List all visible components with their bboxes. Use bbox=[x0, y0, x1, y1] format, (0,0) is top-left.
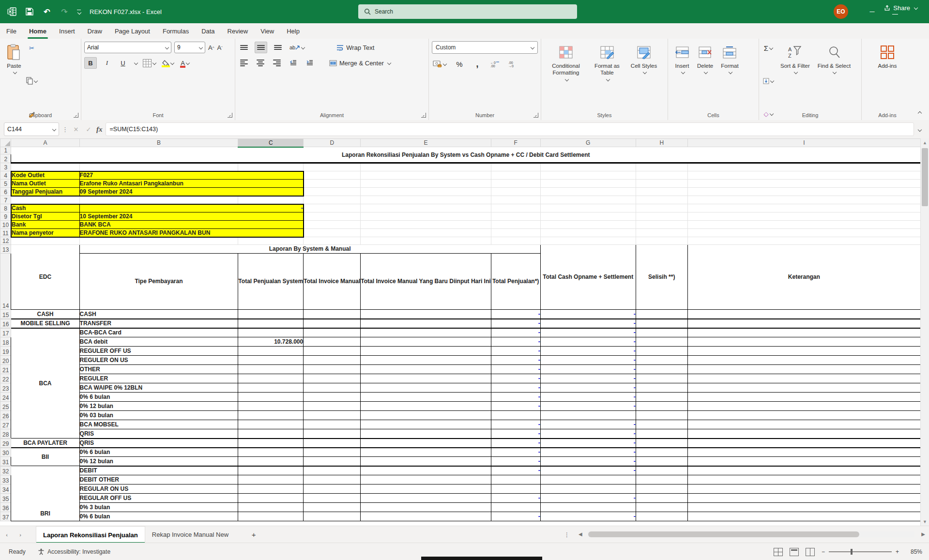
empty-cell[interactable] bbox=[304, 310, 361, 319]
dash-cell-f[interactable]: - bbox=[491, 466, 540, 475]
row-header[interactable]: 9 bbox=[0, 212, 11, 221]
empty-cell[interactable] bbox=[361, 365, 491, 374]
empty-cell[interactable] bbox=[491, 221, 540, 229]
dash-cell-f[interactable]: - bbox=[491, 393, 540, 402]
tipe-cell[interactable]: 0% 6 bulan bbox=[79, 393, 238, 402]
font-name-select[interactable]: Arial bbox=[84, 42, 171, 53]
empty-cell[interactable] bbox=[361, 411, 491, 420]
edc-group[interactable]: MOBILE SELLING bbox=[11, 319, 79, 328]
empty-cell[interactable] bbox=[361, 475, 491, 484]
value-cell[interactable] bbox=[238, 466, 304, 475]
empty-cell[interactable] bbox=[361, 163, 491, 171]
page-layout-view-icon[interactable] bbox=[790, 548, 799, 556]
empty-cell[interactable] bbox=[304, 503, 361, 512]
dash-cell-f[interactable]: - bbox=[491, 310, 540, 319]
empty-cell[interactable] bbox=[540, 229, 636, 237]
empty-cell[interactable] bbox=[238, 237, 304, 245]
empty-cell[interactable] bbox=[687, 494, 920, 503]
scroll-left-icon[interactable]: ◀ bbox=[579, 531, 582, 537]
info-value[interactable]: 09 September 2024 bbox=[79, 188, 304, 196]
empty-cell[interactable] bbox=[636, 365, 687, 374]
empty-cell[interactable] bbox=[361, 457, 491, 466]
menu-tab-data[interactable]: Data bbox=[195, 23, 221, 39]
empty-cell[interactable] bbox=[304, 383, 361, 393]
row-header[interactable]: 6 bbox=[0, 188, 11, 196]
row-header[interactable]: 29 bbox=[0, 439, 11, 448]
tipe-cell[interactable]: QRIS bbox=[79, 439, 238, 448]
tab-options-icon[interactable]: ⋮ bbox=[564, 531, 570, 538]
row-header[interactable]: 31 bbox=[0, 457, 11, 466]
row-header[interactable]: 10 bbox=[0, 221, 11, 229]
empty-cell[interactable] bbox=[687, 212, 920, 221]
normal-view-icon[interactable] bbox=[774, 548, 783, 556]
excel-app-icon[interactable] bbox=[7, 6, 17, 17]
info-value[interactable]: - bbox=[79, 204, 304, 212]
format-cells-button[interactable]: Format bbox=[717, 42, 742, 120]
dash-cell-f[interactable]: - bbox=[491, 439, 540, 448]
sheet-tab[interactable]: Laporan Rekonsiliasi Penjualan bbox=[36, 526, 145, 544]
empty-cell[interactable] bbox=[687, 163, 920, 171]
number-dialog-launcher[interactable] bbox=[533, 113, 538, 118]
empty-cell[interactable] bbox=[636, 196, 687, 204]
row-header[interactable]: 22 bbox=[0, 374, 11, 383]
empty-cell[interactable] bbox=[304, 180, 361, 188]
dash-cell-f[interactable]: - bbox=[491, 457, 540, 466]
dash-cell-f[interactable]: - bbox=[491, 365, 540, 374]
row-header[interactable]: 14 bbox=[0, 254, 11, 310]
empty-cell[interactable] bbox=[636, 212, 687, 221]
empty-cell[interactable] bbox=[636, 402, 687, 411]
row-header[interactable]: 7 bbox=[0, 196, 11, 204]
dash-cell-g[interactable]: - bbox=[540, 393, 636, 402]
font-size-select[interactable]: 9 bbox=[174, 42, 205, 53]
empty-cell[interactable] bbox=[687, 204, 920, 212]
find-select-button[interactable]: Find & Select bbox=[814, 42, 854, 120]
value-cell[interactable] bbox=[238, 356, 304, 365]
zoom-level[interactable]: 85% bbox=[906, 548, 922, 555]
empty-cell[interactable] bbox=[361, 383, 491, 393]
empty-cell[interactable] bbox=[687, 171, 920, 180]
dash-cell-g[interactable]: - bbox=[540, 512, 636, 521]
value-cell[interactable] bbox=[238, 319, 304, 328]
page-break-view-icon[interactable] bbox=[806, 548, 815, 556]
dash-cell-f[interactable] bbox=[491, 484, 540, 494]
empty-cell[interactable] bbox=[304, 188, 361, 196]
row-header[interactable]: 1 bbox=[0, 147, 11, 154]
empty-cell[interactable] bbox=[687, 439, 920, 448]
value-cell[interactable] bbox=[238, 347, 304, 356]
info-label[interactable]: Bank bbox=[11, 221, 79, 229]
row-header[interactable]: 25 bbox=[0, 402, 11, 411]
empty-cell[interactable] bbox=[304, 365, 361, 374]
empty-cell[interactable] bbox=[304, 347, 361, 356]
dash-cell-g[interactable]: - bbox=[540, 347, 636, 356]
empty-cell[interactable] bbox=[491, 196, 540, 204]
column-header-E[interactable]: E bbox=[361, 139, 491, 147]
orientation-icon[interactable]: ab bbox=[289, 42, 305, 53]
info-label[interactable]: Cash bbox=[11, 204, 79, 212]
row-header[interactable]: 28 bbox=[0, 429, 11, 439]
empty-cell[interactable] bbox=[304, 356, 361, 365]
empty-cell[interactable] bbox=[636, 494, 687, 503]
tipe-cell[interactable]: BCA MOBSEL bbox=[79, 420, 238, 429]
empty-cell[interactable] bbox=[687, 411, 920, 420]
column-header-F[interactable]: F bbox=[491, 139, 540, 147]
dash-cell-g[interactable]: - bbox=[540, 429, 636, 439]
row-header[interactable]: 27 bbox=[0, 420, 11, 429]
info-value[interactable]: BANK BCA bbox=[79, 221, 304, 229]
copy-icon[interactable] bbox=[25, 76, 38, 86]
header-edc[interactable]: EDC bbox=[11, 245, 79, 310]
empty-cell[interactable] bbox=[304, 337, 361, 347]
empty-cell[interactable] bbox=[304, 319, 361, 328]
increase-decimal-icon[interactable]: ←0.00 bbox=[489, 59, 501, 69]
empty-cell[interactable] bbox=[540, 180, 636, 188]
empty-cell[interactable] bbox=[636, 356, 687, 365]
redo-icon[interactable]: ↷ bbox=[59, 6, 70, 17]
empty-cell[interactable] bbox=[540, 188, 636, 196]
empty-cell[interactable] bbox=[687, 188, 920, 196]
tipe-cell[interactable]: BCA WAIPE 0% 12BLN bbox=[79, 383, 238, 393]
header-band[interactable]: Laporan By System & Manual bbox=[79, 245, 540, 254]
empty-cell[interactable] bbox=[687, 310, 920, 319]
empty-cell[interactable] bbox=[11, 163, 79, 171]
empty-cell[interactable] bbox=[361, 328, 491, 337]
name-box[interactable]: C144 bbox=[4, 122, 59, 136]
info-label[interactable]: Nama Outlet bbox=[11, 180, 79, 188]
